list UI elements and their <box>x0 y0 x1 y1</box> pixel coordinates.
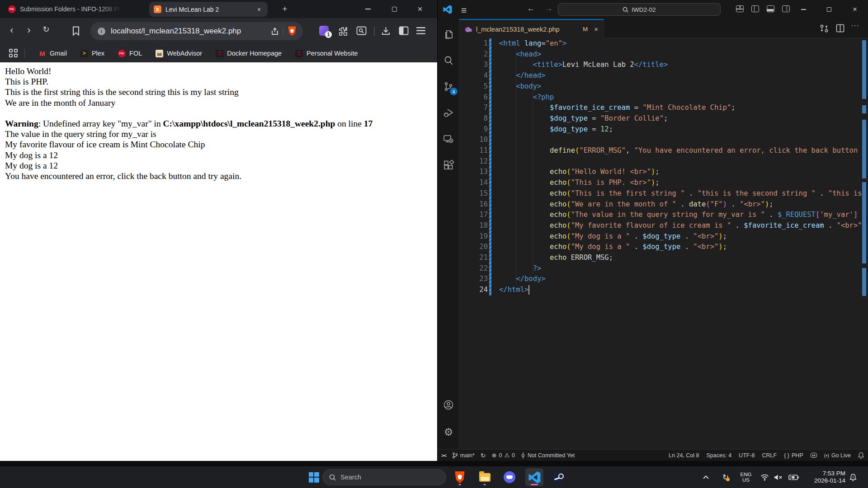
taskbar-search-label: Search <box>340 474 361 481</box>
download-icon[interactable] <box>381 26 391 36</box>
toggle-secondary-sidebar-icon[interactable] <box>782 5 790 12</box>
tray-update-icon[interactable]: ↻ <box>719 466 732 488</box>
problems-item[interactable]: ⊗0 ⚠0 <box>492 452 515 459</box>
language-mode-item[interactable]: { }PHP <box>784 452 803 459</box>
start-button[interactable] <box>305 468 323 486</box>
accounts-icon[interactable] <box>441 398 456 412</box>
tray-wifi-icon[interactable] <box>758 466 771 488</box>
tray-date: 2026-01-14 <box>814 477 845 484</box>
open-changes-icon[interactable] <box>820 24 829 33</box>
commit-status-item[interactable]: Not Committed Yet <box>521 452 575 459</box>
source-control-icon[interactable]: 4 <box>441 80 456 94</box>
customize-layout-icon[interactable] <box>736 5 744 12</box>
browser-close-button[interactable]: × <box>410 0 430 18</box>
brave-wallet-icon[interactable]: 1 <box>319 26 329 36</box>
vscode-maximize-button[interactable] <box>819 0 840 19</box>
extensions-icon[interactable] <box>441 158 456 173</box>
extensions-puzzle-icon[interactable] <box>338 26 348 36</box>
bookmarks-bar: MGmail>PlexFOLFOLWebAdvisorLEVIDocker Ho… <box>0 44 437 62</box>
bookmark-label: WebAdvisor <box>167 50 202 57</box>
remote-indicator[interactable]: >< <box>441 453 446 458</box>
encoding-item[interactable]: UTF-8 <box>739 452 755 459</box>
editor-tab-active[interactable]: l_mclean215318_week2.php M × <box>459 19 604 38</box>
bookmark-item-fol[interactable]: FOLFOL <box>118 50 142 57</box>
bookmark-item-gmail[interactable]: MGmail <box>38 50 67 57</box>
code-line-18: echo("My favorite flavour of ice cream i… <box>499 221 862 231</box>
vscode-back-icon[interactable]: ← <box>527 4 535 13</box>
bookmark-item-personal-website[interactable]: LEVIPersonal Website <box>295 50 358 57</box>
taskbar-vscode-icon[interactable] <box>525 468 543 486</box>
page-text-line-9: My dog is a 12 <box>5 150 437 160</box>
reload-button[interactable]: ↻ <box>40 24 52 34</box>
taskbar-brave-icon[interactable] <box>451 468 469 486</box>
browser-menu-icon[interactable] <box>416 27 426 35</box>
vscode-command-search[interactable]: IWD2-02 <box>558 3 721 16</box>
cursor-position-item[interactable]: Ln 24, Col 8 <box>669 452 699 459</box>
eol-item[interactable]: CRLF <box>762 452 777 459</box>
go-live-item[interactable]: (•)Go Live <box>824 452 851 459</box>
git-branch-item[interactable]: main* <box>452 452 475 459</box>
sync-changes-item[interactable]: ↻ <box>481 452 486 459</box>
browser-tab-inactive[interactable]: FOL Submission Folders - INFO-1208 PHP <box>8 3 121 15</box>
tray-clock[interactable]: 7:53 PM 2026-01-14 <box>804 466 845 488</box>
fol-favicon-icon: FOL <box>8 5 16 13</box>
tray-notifications-bell-icon[interactable]: z <box>846 466 860 488</box>
tab-close-icon[interactable]: × <box>255 5 263 14</box>
toggle-panel-icon[interactable] <box>767 5 774 12</box>
fol-icon: FOL <box>118 50 126 57</box>
bookmark-item-plex[interactable]: >Plex <box>80 50 104 57</box>
remote-explorer-icon[interactable] <box>441 132 456 146</box>
brave-browser-window: FOL Submission Folders - INFO-1208 PHP X… <box>0 0 437 461</box>
forward-button[interactable]: › <box>23 24 35 36</box>
tab-close-icon[interactable]: × <box>594 25 598 33</box>
code-editor[interactable]: 1<html lang="en">2 <head>3 <title>Levi M… <box>459 38 868 449</box>
bookmark-item-webadvisor[interactable]: WebAdvisor <box>156 50 202 57</box>
back-button[interactable]: ‹ <box>5 24 18 36</box>
xampp-favicon-icon: X <box>154 5 161 13</box>
taskbar-discord-icon[interactable] <box>500 468 519 486</box>
vscode-minimize-button[interactable] <box>793 0 814 19</box>
page-text-line-4: We are in the month of January <box>5 98 437 108</box>
browser-maximize-button[interactable] <box>384 0 405 18</box>
bookmark-item-docker-homepage[interactable]: LEVIDocker Homepage <box>216 50 282 57</box>
taskbar-explorer-icon[interactable] <box>476 468 494 486</box>
tray-battery-icon[interactable] <box>786 466 801 488</box>
browser-tab-active[interactable]: X Levi McLean Lab 2 × <box>149 2 268 17</box>
more-actions-icon[interactable]: ··· <box>851 22 859 30</box>
search-icon <box>329 474 336 481</box>
bookmark-apps-grid-icon[interactable] <box>9 49 18 58</box>
vscode-forward-icon[interactable]: → <box>545 4 553 13</box>
screenshot-tool-icon[interactable] <box>356 26 367 36</box>
copilot-icon[interactable] <box>811 453 817 458</box>
vscode-close-button[interactable]: × <box>844 0 865 19</box>
code-line-15: echo("This is the first string " . "this… <box>499 188 862 199</box>
browser-minimize-button[interactable] <box>358 0 378 18</box>
bookmark-icon[interactable] <box>72 26 80 36</box>
levi-icon: LEVI <box>295 50 303 57</box>
new-tab-button[interactable]: + <box>279 4 290 14</box>
settings-gear-icon[interactable]: ⚙ <box>441 425 456 439</box>
sidebar-toggle-icon[interactable] <box>399 26 409 35</box>
share-icon[interactable] <box>271 27 279 35</box>
indentation-item[interactable]: Spaces: 4 <box>707 452 732 459</box>
toggle-primary-sidebar-icon[interactable] <box>751 5 759 12</box>
tray-volume-muted-icon[interactable] <box>771 466 785 488</box>
code-line-10 <box>499 135 862 145</box>
run-debug-icon[interactable] <box>441 106 456 120</box>
tray-language-indicator[interactable]: ENGUS <box>737 466 755 488</box>
site-info-icon[interactable]: i <box>98 28 105 35</box>
tray-chevron-icon[interactable] <box>699 466 712 488</box>
webadvisor-icon <box>156 50 163 57</box>
explorer-icon[interactable] <box>441 27 456 42</box>
search-view-icon[interactable] <box>441 53 456 68</box>
brave-shields-icon[interactable] <box>288 26 297 37</box>
line-number: 24 <box>459 285 488 296</box>
split-editor-icon[interactable] <box>836 24 844 33</box>
notifications-bell-icon[interactable] <box>858 452 864 459</box>
line-number: 5 <box>459 81 488 92</box>
line-number: 22 <box>459 263 488 274</box>
taskbar-steam-icon[interactable] <box>549 468 567 486</box>
address-bar[interactable]: i localhost/l_mclean215318_week2.php <box>90 22 303 40</box>
vscode-menu-icon[interactable]: ≡ <box>461 5 467 16</box>
taskbar-search[interactable]: Search <box>322 469 446 485</box>
